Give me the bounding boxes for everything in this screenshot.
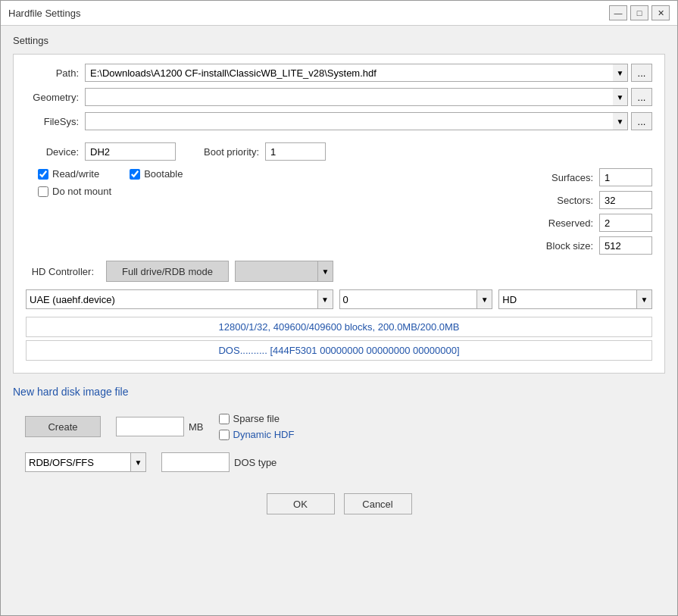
filesys-dropdown-arrow[interactable]: ▼ — [613, 112, 628, 130]
read-write-checkbox[interactable] — [38, 169, 48, 180]
mb-group: MB — [116, 417, 204, 436]
sparse-dynamic-col: Sparse file Dynamic HDF — [219, 413, 295, 440]
path-dropdown-arrow[interactable]: ▼ — [613, 64, 628, 82]
bootable-label: Bootable — [144, 168, 183, 180]
geometry-label: Geometry: — [26, 92, 79, 103]
ok-cancel-row: OK Cancel — [13, 493, 665, 527]
rdb-arrow[interactable]: ▼ — [131, 452, 146, 472]
sparse-file-label: Sparse file — [233, 413, 280, 424]
reserved-input[interactable] — [599, 214, 652, 232]
rdb-select[interactable]: RDB/OFS/FFS — [25, 452, 131, 472]
title-bar: Hardfile Settings — □ ✕ — [1, 1, 677, 26]
dynamic-hdf-item: Dynamic HDF — [219, 429, 295, 440]
window-body: Settings Path: E:\Downloads\A1200 CF-ins… — [1, 26, 677, 539]
hardfile-settings-window: Hardfile Settings — □ ✕ Settings Path: E… — [0, 0, 678, 616]
hd-controller-row: HD Controller: Full drive/RDB mode ▼ — [26, 261, 652, 282]
cancel-button[interactable]: Cancel — [344, 493, 412, 514]
ok-button[interactable]: OK — [267, 493, 335, 514]
do-not-mount-checkbox-item: Do not mount — [38, 186, 501, 197]
new-hd-row2: RDB/OFS/FFS ▼ DOS type — [13, 446, 665, 478]
chevron-down-icon: ▼ — [641, 295, 648, 304]
device-input[interactable] — [85, 142, 176, 161]
chevron-down-icon: ▼ — [321, 267, 329, 276]
dynamic-hdf-label: Dynamic HDF — [233, 429, 295, 440]
filesys-value[interactable] — [85, 112, 613, 130]
close-button[interactable]: ✕ — [651, 5, 670, 20]
geometry-browse-button[interactable]: ... — [631, 88, 652, 106]
uae-device-select[interactable]: UAE (uaehf.device) — [26, 289, 318, 309]
window-title: Hardfile Settings — [8, 8, 80, 19]
boot-priority-input[interactable] — [265, 142, 326, 161]
chevron-down-icon: ▼ — [617, 93, 624, 102]
sectors-label: Sectors: — [533, 195, 593, 206]
dos-type-input[interactable] — [161, 452, 230, 472]
hd-type-select[interactable]: HD — [498, 289, 637, 309]
full-drive-rdb-button[interactable]: Full drive/RDB mode — [106, 261, 229, 282]
maximize-button[interactable]: □ — [630, 5, 648, 20]
path-label: Path: — [26, 67, 79, 79]
settings-section-label: Settings — [13, 35, 665, 46]
read-write-label: Read/write — [52, 168, 99, 180]
device-boot-row: Device: Boot priority: — [26, 142, 652, 161]
dos-type-group: DOS type — [161, 452, 277, 472]
sparse-file-checkbox[interactable] — [219, 414, 230, 424]
surfaces-label: Surfaces: — [533, 172, 593, 183]
hd-controller-arrow[interactable]: ▼ — [318, 261, 333, 282]
path-row: Path: E:\Downloads\A1200 CF-install\Clas… — [26, 64, 652, 82]
filesys-input-wrap: ▼ — [85, 112, 628, 130]
hd-controller-label: HD Controller: — [26, 266, 94, 277]
unit-arrow[interactable]: ▼ — [477, 289, 492, 309]
hd-controller-combo: ▼ — [235, 261, 333, 282]
info-bar-1: 12800/1/32, 409600/409600 blocks, 200.0M… — [26, 317, 652, 337]
unit-combo: 0 ▼ — [339, 289, 493, 309]
path-browse-button[interactable]: ... — [631, 64, 652, 82]
hd-controller-select[interactable] — [235, 261, 318, 282]
uae-row: UAE (uaehf.device) ▼ 0 ▼ HD — [26, 289, 652, 309]
dynamic-hdf-checkbox[interactable] — [219, 430, 230, 440]
window-controls: — □ ✕ — [609, 5, 670, 20]
dos-type-label: DOS type — [234, 457, 277, 468]
chevron-down-icon: ▼ — [617, 117, 624, 126]
block-size-input[interactable] — [599, 236, 652, 255]
hd-type-combo: HD ▼ — [498, 289, 652, 309]
filesys-row: FileSys: ▼ ... — [26, 112, 652, 130]
geometry-input-wrap: ▼ — [85, 88, 628, 106]
boot-priority-group: Boot priority: — [191, 142, 326, 161]
minimize-button[interactable]: — — [609, 5, 627, 20]
geometry-dropdown-arrow[interactable]: ▼ — [613, 88, 628, 106]
checkboxes-col: Read/write Bootable Do not mount — [26, 168, 501, 255]
sectors-row: Sectors: — [501, 191, 652, 209]
sectors-input[interactable] — [599, 191, 652, 209]
geometry-value[interactable] — [85, 88, 613, 106]
block-size-label: Block size: — [533, 240, 593, 252]
surfaces-input[interactable] — [599, 168, 652, 186]
right-fields-col: Surfaces: Sectors: Reserved: Block size: — [501, 168, 652, 255]
filesys-browse-button[interactable]: ... — [631, 112, 652, 130]
mb-input[interactable] — [116, 417, 184, 436]
chevron-down-icon: ▼ — [135, 458, 142, 467]
hd-type-arrow[interactable]: ▼ — [637, 289, 652, 309]
create-button[interactable]: Create — [25, 416, 101, 437]
path-value[interactable]: E:\Downloads\A1200 CF-install\ClassicWB_… — [85, 64, 613, 82]
device-label: Device: — [26, 146, 79, 158]
chevron-down-icon: ▼ — [617, 69, 624, 77]
reserved-row: Reserved: — [501, 214, 652, 232]
settings-group: Path: E:\Downloads\A1200 CF-install\Clas… — [13, 54, 665, 374]
do-not-mount-label: Do not mount — [52, 186, 111, 197]
new-hd-body: Create MB Sparse file Dynamic HDF — [13, 407, 665, 446]
read-write-checkbox-item: Read/write — [38, 168, 99, 180]
info-bar-2: DOS.......... [444F5301 00000000 0000000… — [26, 340, 652, 361]
uae-device-arrow[interactable]: ▼ — [318, 289, 333, 309]
do-not-mount-checkbox[interactable] — [38, 186, 48, 197]
sparse-file-item: Sparse file — [219, 413, 295, 424]
new-hd-label: New hard disk image file — [13, 386, 665, 398]
checkboxes-right-section: Read/write Bootable Do not mount — [26, 168, 652, 255]
device-group: Device: — [26, 142, 176, 161]
chevron-down-icon: ▼ — [321, 295, 329, 304]
uae-device-combo: UAE (uaehf.device) ▼ — [26, 289, 333, 309]
reserved-label: Reserved: — [533, 217, 593, 229]
path-input-wrap: E:\Downloads\A1200 CF-install\ClassicWB_… — [85, 64, 628, 82]
unit-select[interactable]: 0 — [339, 289, 478, 309]
bootable-checkbox-item: Bootable — [130, 168, 183, 180]
bootable-checkbox[interactable] — [130, 169, 140, 180]
